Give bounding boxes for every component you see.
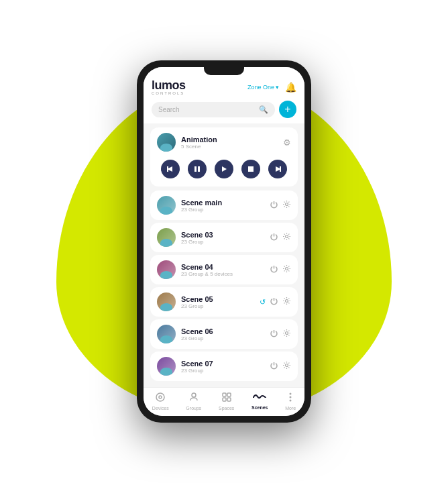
scene-settings-icon[interactable]: [282, 232, 291, 243]
svg-point-13: [286, 364, 288, 367]
skip-prev-button[interactable]: [161, 160, 180, 178]
svg-point-16: [192, 393, 196, 397]
scene-actions: [270, 329, 291, 339]
nav-item-scenes[interactable]: Scenes: [251, 393, 268, 410]
notification-bell-icon[interactable]: 🔔: [284, 81, 296, 93]
content-area: Animation 5 Scene ⚙: [144, 123, 304, 387]
groups-label: Groups: [186, 406, 201, 411]
svg-point-15: [159, 396, 162, 398]
scene-avatar: [157, 325, 176, 343]
scene-title: Scene 07: [181, 360, 264, 368]
power-icon[interactable]: [270, 264, 278, 275]
logo: lumos CONTROLS: [152, 79, 186, 95]
svg-rect-3: [198, 166, 200, 172]
svg-rect-2: [194, 166, 197, 172]
animation-text: Animation 5 Scene: [181, 136, 217, 150]
scene-subtitle: 23 Group: [181, 207, 264, 213]
scenes-icon: [253, 393, 266, 404]
groups-icon: [188, 392, 199, 405]
search-row: Search 🔍 +: [144, 101, 304, 123]
svg-point-23: [290, 400, 292, 402]
scene-info: Scene 05 23 Group: [181, 295, 254, 309]
animation-avatar: [157, 133, 176, 152]
scene-actions: ↺: [260, 297, 291, 307]
play-button[interactable]: [215, 160, 233, 178]
svg-point-12: [286, 332, 288, 335]
search-icon: 🔍: [259, 105, 268, 114]
phone-notch: [204, 67, 244, 75]
scene-item-4: Scene 05 23 Group ↺: [150, 287, 298, 317]
nav-item-spaces[interactable]: Spaces: [219, 392, 234, 411]
scene-info: Scene 04 23 Group & 5 devices: [181, 263, 264, 277]
scene-title: Scene 04: [181, 263, 264, 271]
animation-info: Animation 5 Scene: [157, 133, 217, 152]
svg-point-9: [286, 235, 288, 238]
scene-item-6: Scene 07 23 Group: [150, 352, 298, 381]
scene-info: Scene 07 23 Group: [181, 360, 264, 374]
svg-rect-19: [223, 398, 226, 401]
devices-label: Devices: [152, 406, 169, 411]
media-controls: [157, 157, 291, 181]
scene-avatar: [157, 196, 176, 215]
scene-avatar: [157, 260, 176, 279]
skip-next-button[interactable]: [268, 160, 287, 178]
zone-selector[interactable]: Zone One ▾: [247, 84, 279, 91]
power-icon[interactable]: [270, 200, 278, 211]
scene-settings-icon[interactable]: [282, 297, 291, 307]
scene-avatar: [157, 357, 176, 376]
scene-item-5: Scene 06 23 Group: [150, 319, 298, 349]
nav-item-more[interactable]: More: [285, 392, 296, 411]
phone-screen: lumos CONTROLS Zone One ▾ 🔔 Search 🔍 +: [144, 67, 304, 416]
power-icon[interactable]: [270, 297, 278, 307]
animation-settings-icon[interactable]: ⚙: [283, 138, 291, 148]
scene-actions: [270, 361, 291, 372]
nav-item-devices[interactable]: Devices: [152, 392, 169, 411]
scene-settings-icon[interactable]: [282, 264, 291, 275]
svg-rect-18: [227, 393, 231, 396]
pause-button[interactable]: [188, 160, 207, 178]
header-right: Zone One ▾ 🔔: [247, 81, 296, 93]
svg-point-22: [290, 396, 292, 398]
animation-title: Animation: [181, 136, 217, 144]
power-icon[interactable]: [270, 232, 278, 243]
power-icon[interactable]: [270, 361, 278, 372]
add-button[interactable]: +: [279, 101, 296, 118]
scene-title: Scene main: [181, 199, 264, 207]
bottom-nav: Devices Groups: [144, 387, 304, 416]
scene-subtitle: 23 Group & 5 devices: [181, 271, 264, 277]
scene-actions: [270, 264, 291, 275]
scene-info: Scene 06 23 Group: [181, 327, 264, 341]
nav-item-groups[interactable]: Groups: [186, 392, 201, 411]
more-icon: [285, 392, 296, 405]
scene-title: Scene 05: [181, 295, 254, 303]
stop-button[interactable]: [241, 160, 260, 178]
scene-settings-icon[interactable]: [282, 329, 291, 339]
scene-info: Scene main 23 Group: [181, 199, 264, 213]
power-icon[interactable]: [270, 329, 278, 339]
scene-settings-icon[interactable]: [282, 200, 291, 211]
search-input-wrap[interactable]: Search 🔍: [152, 102, 275, 117]
scene-item-2: Scene 03 23 Group: [150, 223, 298, 252]
scene-item-3: Scene 04 23 Group & 5 devices: [150, 255, 298, 284]
svg-rect-1: [167, 166, 168, 172]
search-input[interactable]: Search: [158, 106, 255, 113]
scene-title: Scene 06: [181, 327, 264, 335]
svg-rect-17: [223, 393, 226, 396]
scene-settings-icon[interactable]: [282, 361, 291, 372]
scene-avatar: [157, 292, 176, 311]
devices-icon: [155, 392, 166, 405]
scene-subtitle: 23 Group: [181, 303, 254, 309]
phone-shell: lumos CONTROLS Zone One ▾ 🔔 Search 🔍 +: [137, 60, 311, 423]
refresh-icon[interactable]: ↺: [260, 298, 266, 307]
svg-marker-4: [222, 166, 227, 172]
animation-header: Animation 5 Scene ⚙: [157, 133, 291, 152]
svg-rect-5: [248, 166, 254, 172]
spaces-icon: [221, 392, 232, 405]
scene-item-1: Scene main 23 Group: [150, 191, 298, 220]
scene-title: Scene 03: [181, 231, 264, 239]
animation-subtitle: 5 Scene: [181, 144, 217, 150]
svg-rect-20: [227, 398, 231, 401]
scene-avatar: [157, 228, 176, 247]
scenes-label: Scenes: [251, 405, 268, 410]
animation-card: Animation 5 Scene ⚙: [150, 127, 298, 186]
